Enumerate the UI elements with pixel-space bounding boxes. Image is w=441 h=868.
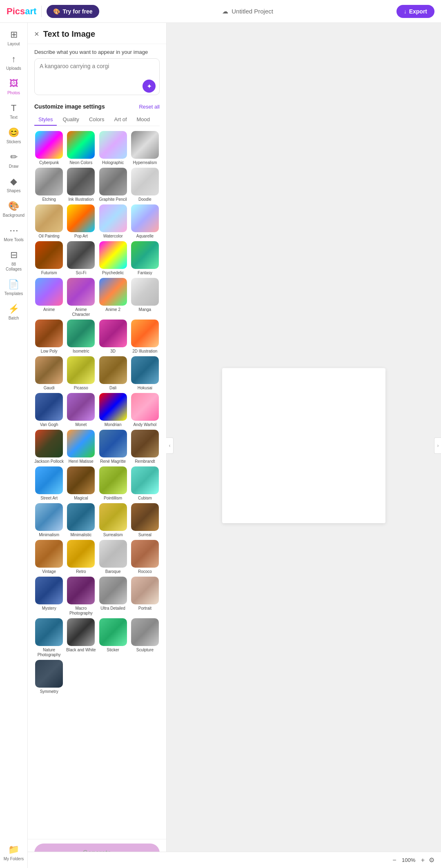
panel-collapse-left-button[interactable]: ‹: [166, 437, 174, 454]
style-item-macro[interactable]: Macro Photography: [66, 577, 96, 616]
style-item-matisse[interactable]: Henri Matisse: [66, 430, 96, 464]
style-name-isometric: Isometric: [73, 349, 89, 354]
zoom-in-button[interactable]: +: [421, 857, 425, 864]
style-item-sticker[interactable]: Sticker: [98, 618, 128, 657]
style-thumb-surreal: [131, 503, 159, 531]
style-item-oilpainting[interactable]: Oil Painting: [34, 204, 64, 239]
style-item-cubism[interactable]: Cubism: [130, 466, 160, 501]
style-item-mondrian[interactable]: Mondrian: [98, 393, 128, 427]
style-item-monet[interactable]: Monet: [66, 393, 96, 427]
style-item-scifi[interactable]: Sci-Fi: [66, 241, 96, 275]
style-item-pollock[interactable]: Jackson Pollock: [34, 430, 64, 464]
style-item-anime[interactable]: Anime: [34, 278, 64, 317]
style-thumb-streetart: [35, 466, 63, 494]
tab-mood[interactable]: Mood: [133, 114, 154, 126]
style-item-naturephoto[interactable]: Nature Photography: [34, 618, 64, 657]
style-item-hyperrealism[interactable]: Hyperrealism: [130, 131, 160, 165]
style-item-graphite[interactable]: Graphite Pencil: [98, 168, 128, 202]
style-name-warhol: Andy Warhol: [133, 422, 156, 427]
style-item-etching[interactable]: Etching: [34, 168, 64, 202]
style-item-manga[interactable]: Manga: [130, 278, 160, 317]
style-item-lowpoly[interactable]: Low Poly: [34, 320, 64, 354]
logo: Picsart: [7, 6, 36, 17]
style-name-baroque: Baroque: [105, 569, 121, 574]
sidebar-item-collages[interactable]: ⊟ 88 Collages: [2, 246, 26, 275]
style-item-aquarelle[interactable]: Aquarelle: [130, 204, 160, 239]
tab-artof[interactable]: Art of: [110, 114, 131, 126]
sidebar-item-templates[interactable]: 📄 Templates: [2, 276, 26, 300]
sidebar-item-batch[interactable]: ⚡ Batch: [2, 300, 26, 324]
sidebar-item-moretools[interactable]: ⋯ More Tools: [2, 222, 26, 246]
tab-colors[interactable]: Colors: [85, 114, 109, 126]
style-item-vintage[interactable]: Vintage: [34, 540, 64, 574]
style-item-dali[interactable]: Dali: [98, 356, 128, 391]
style-item-minimalism[interactable]: Minimalism: [34, 503, 64, 537]
topbar: Picsart 🎨 Try for free ☁ Untitled Projec…: [0, 0, 441, 23]
tab-styles[interactable]: Styles: [34, 114, 57, 126]
style-item-surrealism[interactable]: Surrealism: [98, 503, 128, 537]
sidebar-item-myfolders[interactable]: 📁 My Folders: [2, 841, 26, 865]
style-item-vangogh[interactable]: Van Gogh: [34, 393, 64, 427]
style-item-streetart[interactable]: Street Art: [34, 466, 64, 501]
style-item-warhol[interactable]: Andy Warhol: [130, 393, 160, 427]
style-item-isometric[interactable]: Isometric: [66, 320, 96, 354]
try-for-free-button[interactable]: 🎨 Try for free: [47, 5, 99, 18]
style-name-matisse: Henri Matisse: [69, 459, 94, 464]
style-item-minimalistic[interactable]: Minimalistic: [66, 503, 96, 537]
style-item-holographic[interactable]: Holographic: [98, 131, 128, 165]
sidebar-item-draw[interactable]: ✏ Draw: [2, 149, 26, 172]
panel-collapse-right-button[interactable]: ›: [434, 437, 441, 454]
style-item-sculpture[interactable]: Sculpture: [130, 618, 160, 657]
sidebar-item-shapes[interactable]: ◆ Shapes: [2, 173, 26, 197]
project-title[interactable]: Untitled Project: [232, 8, 273, 15]
style-item-mystery[interactable]: Mystery: [34, 577, 64, 616]
style-item-magritte[interactable]: René Magritte: [98, 430, 128, 464]
style-item-symmetry[interactable]: Symmetry: [34, 660, 64, 694]
style-item-baroque[interactable]: Baroque: [98, 540, 128, 574]
style-item-ultradetailed[interactable]: Ultra Detailed: [98, 577, 128, 616]
style-item-cyberpunk[interactable]: Cyberpunk: [34, 131, 64, 165]
export-button[interactable]: ↓ Export: [396, 5, 434, 18]
sidebar-item-uploads[interactable]: ↑ Uploads: [2, 51, 26, 74]
style-item-futurism[interactable]: Futurism: [34, 241, 64, 275]
generate-icon-btn[interactable]: ✦: [143, 80, 156, 93]
style-item-surreal[interactable]: Surreal: [130, 503, 160, 537]
topbar-center: ☁ Untitled Project: [222, 8, 273, 15]
panel-header: × Text to Image: [28, 23, 166, 44]
main-layout: ⊞ Layout ↑ Uploads 🖼 Photos T Text 😊 Sti…: [0, 23, 441, 868]
style-item-ink[interactable]: Ink Illustration: [66, 168, 96, 202]
close-button[interactable]: ×: [34, 29, 39, 39]
style-item-pointillism[interactable]: Pointillism: [98, 466, 128, 501]
sidebar-item-photos[interactable]: 🖼 Photos: [2, 75, 26, 99]
style-item-2dillus[interactable]: 2D Illustration: [130, 320, 160, 354]
style-item-fantasy[interactable]: Fantasy: [130, 241, 160, 275]
style-item-neon[interactable]: Neon Colors: [66, 131, 96, 165]
style-item-blackwhite[interactable]: Black and White: [66, 618, 96, 657]
style-item-anime2[interactable]: Anime 2: [98, 278, 128, 317]
reset-all-button[interactable]: Reset all: [139, 104, 160, 110]
style-item-psychedelic[interactable]: Psychedelic: [98, 241, 128, 275]
style-item-gaudi[interactable]: Gaudi: [34, 356, 64, 391]
style-item-watercolor[interactable]: Watercolor: [98, 204, 128, 239]
style-item-picasso[interactable]: Picasso: [66, 356, 96, 391]
sidebar-item-background[interactable]: 🎨 Background: [2, 198, 26, 221]
sidebar-item-stickers[interactable]: 😊 Stickers: [2, 124, 26, 148]
zoom-out-button[interactable]: −: [392, 857, 396, 864]
style-item-rembrandt[interactable]: Rembrandt: [130, 430, 160, 464]
style-item-magical[interactable]: Magical: [66, 466, 96, 501]
style-item-animechar[interactable]: Anime Character: [66, 278, 96, 317]
style-item-doodle[interactable]: Doodle: [130, 168, 160, 202]
tab-quality[interactable]: Quality: [58, 114, 83, 126]
style-item-retro[interactable]: Retro: [66, 540, 96, 574]
sidebar-item-label-stickers: Stickers: [7, 140, 21, 144]
style-item-portrait[interactable]: Portrait: [130, 577, 160, 616]
style-item-3d[interactable]: 3D: [98, 320, 128, 354]
image-description-input[interactable]: [34, 58, 160, 95]
sidebar-item-text[interactable]: T Text: [2, 100, 26, 123]
style-item-rococo[interactable]: Rococo: [130, 540, 160, 574]
settings-button[interactable]: ⚙: [429, 856, 434, 864]
sidebar-item-layout[interactable]: ⊞ Layout: [2, 26, 26, 50]
style-item-hokusai[interactable]: Hokusai: [130, 356, 160, 391]
style-item-popart[interactable]: Pop Art: [66, 204, 96, 239]
style-name-etching: Etching: [42, 197, 56, 202]
